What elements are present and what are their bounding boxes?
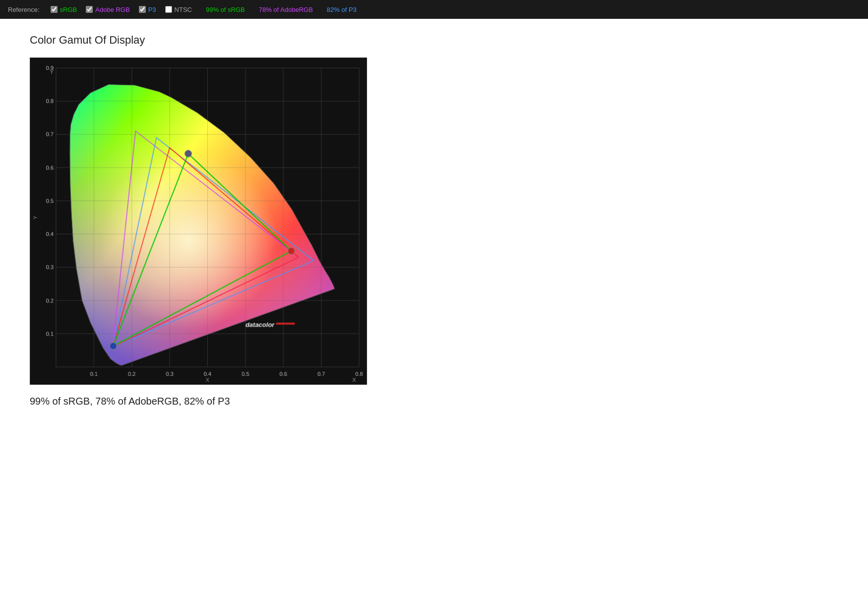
checkbox-adobe-label: Adobe RGB <box>95 6 129 13</box>
checkbox-srgb[interactable]: sRGB <box>51 6 77 13</box>
checkbox-ntsc-label: NTSC <box>175 6 192 13</box>
checkbox-srgb-input[interactable] <box>51 6 58 13</box>
checkbox-p3-input[interactable] <box>139 6 146 13</box>
gamut-summary: 99% of sRGB, 78% of AdobeRGB, 82% of P3 <box>30 396 838 407</box>
checkbox-ntsc-input[interactable] <box>165 6 172 13</box>
checkbox-srgb-label: sRGB <box>60 6 77 13</box>
page-title: Color Gamut Of Display <box>30 34 838 47</box>
checkbox-adobe[interactable]: Adobe RGB <box>86 6 129 13</box>
cie-diagram-canvas <box>30 58 367 384</box>
checkbox-p3-label: P3 <box>148 6 156 13</box>
stat-p3: 82% of P3 <box>327 6 357 13</box>
checkbox-adobe-input[interactable] <box>86 6 93 13</box>
cie-chart-container <box>30 58 367 385</box>
stat-adobe: 78% of AdobeRGB <box>259 6 313 13</box>
main-content: Color Gamut Of Display 99% of sRGB, 78% … <box>0 19 868 427</box>
reference-label: Reference: <box>8 6 40 13</box>
checkbox-ntsc[interactable]: NTSC <box>165 6 192 13</box>
topbar: Reference: sRGB Adobe RGB P3 NTSC 99% of… <box>0 0 868 19</box>
checkbox-p3[interactable]: P3 <box>139 6 156 13</box>
stat-srgb: 99% of sRGB <box>206 6 245 13</box>
